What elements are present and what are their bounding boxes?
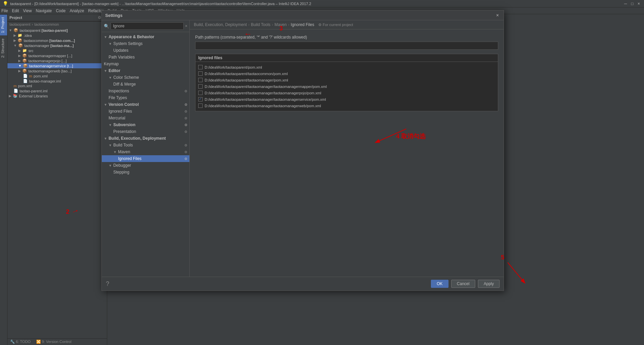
path-patterns-input[interactable] (195, 42, 498, 50)
close-button[interactable]: × (636, 1, 641, 6)
gear-icon-vc-ignored: ⚙ (184, 110, 187, 113)
tree-item-taotaoweb[interactable]: ▶ 📦 taotaomanagerweb [tao...] (7, 68, 107, 73)
dialog-close-button[interactable]: × (495, 14, 500, 18)
settings-label-inspections: Inspections (109, 89, 129, 93)
settings-item-path-variables[interactable]: Path Variables (102, 54, 189, 61)
tree-item-taotaoparent[interactable]: ▼ 📦 taotaoparent [taotao-parent] (7, 28, 107, 33)
settings-label-diff-merge: Diff & Merge (113, 82, 136, 87)
module-icon: 📦 (18, 38, 22, 43)
menu-view[interactable]: View (23, 8, 32, 13)
svg-line-0 (376, 129, 406, 142)
menu-code[interactable]: Code (56, 8, 66, 13)
settings-item-system-settings[interactable]: ▼ System Settings (102, 40, 189, 47)
cancel-button[interactable]: Cancel (451, 280, 475, 288)
gear-icon-subversion: ⚙ (184, 123, 187, 127)
tree-item-taotaomapper[interactable]: ▶ 📦 taotaomanagermapper [...] (7, 53, 107, 58)
file-path-pom-common: D:/ideaWork/taotaoparent/taotaocommon/po… (205, 72, 288, 76)
tree-item-src[interactable]: ▶ 📁 src (7, 48, 107, 53)
checkbox-pom-pojo[interactable] (198, 91, 203, 95)
settings-item-appearance[interactable]: ▼ Appearance & Behavior (102, 33, 189, 40)
status-todo[interactable]: 🔧 6: TODO (10, 340, 31, 344)
tree-item-idea[interactable]: ▶ 📁 .idea (7, 33, 107, 38)
settings-item-color-scheme[interactable]: ▼ Color Scheme (102, 74, 189, 81)
tree-label: m (29, 74, 32, 78)
checkbox-pom-root[interactable] (198, 65, 203, 69)
settings-item-build-tools[interactable]: ▼ Build Tools ⚙ (102, 142, 189, 148)
ok-button[interactable]: OK (431, 280, 448, 288)
chevron-down-icon: ▼ (109, 123, 112, 127)
window-controls: ─ □ × (623, 1, 641, 6)
settings-item-updates[interactable]: Updates (102, 47, 189, 54)
tree-label: taotao-parent.iml (20, 89, 48, 93)
tree-item-pom-root[interactable]: m pom.xml (7, 84, 107, 88)
file-item-pom-mapper: D:/ideaWork/taotaoparent/taotaomanager/t… (198, 83, 495, 90)
settings-item-debugger[interactable]: ▼ Debugger (102, 162, 189, 169)
chevron-down-icon: ▼ (109, 164, 112, 167)
tree-item-taotaoservice[interactable]: ▼ 📦 taotaomanagerservice [t...] (7, 63, 107, 68)
checkbox-pom-common[interactable] (198, 71, 203, 76)
chevron-down-icon: ▼ (104, 35, 107, 39)
breadcrumb-sep: › (32, 22, 33, 26)
menu-analyze[interactable]: Analyze (70, 8, 84, 13)
breadcrumb-maven: Maven (275, 22, 287, 27)
settings-item-maven[interactable]: ▼ Maven ⚙ (102, 148, 189, 155)
tree-item-taotaopojo[interactable]: ▶ 📦 taotaomanagerpojo [...] (7, 58, 107, 63)
settings-item-version-control[interactable]: ▼ Version Control ⚙ (102, 101, 189, 108)
settings-label-maven: Maven (118, 150, 130, 154)
tree-item-iml-root[interactable]: 📄 taotao-parent.iml (7, 88, 107, 93)
dialog-buttons: OK Cancel Apply (431, 280, 500, 288)
tree-item-ext-libs[interactable]: ▶ 📚 External Libraries (7, 93, 107, 98)
settings-item-file-types[interactable]: File Types (102, 94, 189, 101)
module-icon: 📦 (18, 43, 23, 48)
settings-item-mercurial[interactable]: Mercurial ⚙ (102, 115, 189, 121)
tree-item-pom-manager[interactable]: 📄 m pom.xml (7, 73, 107, 78)
settings-item-keymap[interactable]: Keymap (102, 61, 189, 67)
ignored-files-header: Ignored files (196, 54, 498, 62)
menu-navigate[interactable]: Navigate (36, 8, 52, 13)
annotation-4-arrow (369, 125, 410, 146)
file-path-pom-mapper: D:/ideaWork/taotaoparent/taotaomanager/t… (205, 85, 327, 89)
settings-item-subversion[interactable]: ▼ Subversion ⚙ (102, 121, 189, 128)
settings-item-diff-merge[interactable]: Diff & Merge (102, 81, 189, 88)
settings-search-input[interactable] (111, 22, 184, 30)
checkbox-pom-web[interactable] (198, 104, 203, 108)
checkbox-pom-service[interactable] (198, 97, 203, 101)
minimize-button[interactable]: ─ (623, 1, 628, 6)
tree-item-taotaomanager[interactable]: ▼ 📦 taotaomanager [taotao-ma...] (7, 43, 107, 48)
settings-search-clear[interactable]: × (185, 24, 187, 28)
settings-label-color-scheme: Color Scheme (113, 75, 139, 80)
settings-item-editor[interactable]: ▼ Editor (102, 67, 189, 74)
maximize-button[interactable]: □ (630, 1, 635, 6)
tree-label: pom.xml (18, 84, 32, 88)
tree-item-taotaocommon[interactable]: ▶ 📦 taotaocommon [taotao-com...] (7, 38, 107, 43)
settings-item-build-execution[interactable]: ▼ Build, Execution, Deployment (102, 135, 189, 142)
chevron-down-icon: ▼ (109, 143, 112, 147)
checkbox-pom-mapper[interactable] (198, 84, 203, 89)
settings-item-ignored-files[interactable]: Ignored Files ⚙ (102, 155, 189, 162)
settings-label-build-execution: Build, Execution, Deployment (109, 136, 166, 141)
tree-label: taotaomanagerservice [t...] (29, 64, 73, 68)
gear-icon-build-tools: ⚙ (184, 143, 187, 147)
help-icon[interactable]: ? (106, 280, 109, 288)
sidebar-tab-structure[interactable]: 2: Structure (0, 36, 7, 61)
project-breadcrumb: taotaoparent › taotaocommon (7, 21, 107, 27)
settings-item-vc-ignored[interactable]: Ignored Files ⚙ (102, 108, 189, 115)
menu-edit[interactable]: Edit (12, 8, 19, 13)
checkbox-pom-manager[interactable] (198, 78, 203, 82)
sidebar-tab-project[interactable]: 1: Project (0, 14, 7, 36)
menu-file[interactable]: File (1, 8, 8, 13)
settings-item-stepping[interactable]: Stepping (102, 169, 189, 176)
project-header: Project ⚙ ≡ (7, 14, 107, 21)
settings-item-presentation[interactable]: Presentation ⚙ (102, 128, 189, 135)
status-vcs[interactable]: 🔀 9: Version Control (36, 340, 72, 344)
tree-label: taotaomanagerpojo [...] (28, 59, 67, 63)
apply-button[interactable]: Apply (478, 280, 500, 288)
settings-item-inspections[interactable]: Inspections ⚙ (102, 88, 189, 94)
breadcrumb-sep2: › (272, 22, 273, 27)
path-patterns-row: Path patterns (comma-separated, '*' and … (195, 35, 498, 50)
tree-label: taotao-manager.iml (29, 79, 61, 83)
file-m-icon: 📄 (23, 74, 28, 78)
settings-label-ignored-files: Ignored Files (118, 156, 141, 161)
project-panel: Project ⚙ ≡ taotaoparent › taotaocommon … (7, 14, 107, 345)
tree-item-iml-manager[interactable]: 📄 taotao-manager.iml (7, 78, 107, 84)
